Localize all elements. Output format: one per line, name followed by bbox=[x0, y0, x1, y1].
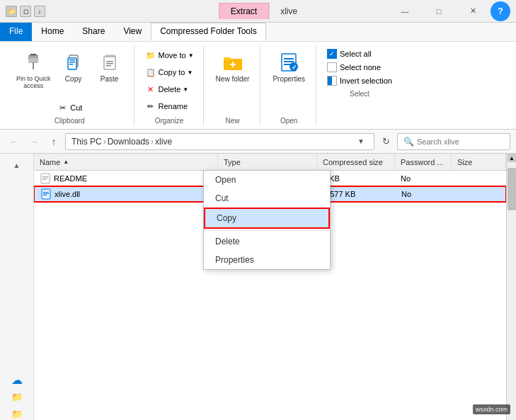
col-compressed-label: Compressed size bbox=[323, 158, 383, 166]
window-controls: — □ ✕ ? bbox=[389, 1, 510, 21]
up-arrow-icon: ▲ bbox=[13, 161, 21, 169]
xlive-name: xlive.dll bbox=[55, 190, 80, 198]
search-input[interactable] bbox=[417, 137, 504, 146]
move-to-icon: 📁 bbox=[145, 50, 156, 61]
select-all-button[interactable]: ✓ Select all bbox=[323, 47, 396, 60]
new-folder-label: New folder bbox=[216, 75, 250, 83]
ctx-copy[interactable]: Copy bbox=[204, 208, 330, 229]
title-icon-3: ↓ bbox=[34, 6, 45, 17]
ctx-properties[interactable]: Properties bbox=[204, 251, 330, 269]
sidebar-arrow-up[interactable]: ▲ bbox=[0, 157, 33, 174]
col-header-type[interactable]: Type bbox=[218, 154, 317, 170]
ribbon-tab-bar: File Home Share View Compressed Folder T… bbox=[0, 23, 516, 41]
col-header-name[interactable]: Name ▲ bbox=[34, 154, 218, 170]
ctx-delete[interactable]: Delete bbox=[204, 232, 330, 251]
scroll-thumb[interactable] bbox=[508, 168, 516, 210]
folder-icon-2: 📁 bbox=[11, 409, 23, 419]
file-name-readme: README bbox=[34, 173, 218, 184]
svg-rect-29 bbox=[43, 192, 49, 193]
path-downloads: Downloads bbox=[108, 137, 149, 147]
move-to-button[interactable]: 📁 Move to ▼ bbox=[142, 47, 197, 63]
back-button[interactable]: ← bbox=[6, 133, 23, 150]
ctx-open[interactable]: Open bbox=[204, 171, 330, 189]
tab-compressed-folder-tools[interactable]: Compressed Folder Tools bbox=[151, 23, 266, 41]
select-buttons: ✓ Select all Select none Invert selectio… bbox=[323, 45, 396, 90]
maximize-button[interactable]: □ bbox=[423, 1, 455, 21]
window-title: xlive bbox=[280, 6, 297, 16]
col-header-password[interactable]: Password ... bbox=[395, 154, 452, 170]
new-buttons: New folder bbox=[211, 45, 255, 117]
col-size-label: Size bbox=[457, 158, 472, 166]
pin-to-quick-access-button[interactable]: Pin to Quickaccess bbox=[11, 47, 56, 93]
cut-button[interactable]: ✂ Cut bbox=[53, 100, 86, 115]
select-none-button[interactable]: Select none bbox=[323, 61, 396, 74]
paste-label: Paste bbox=[101, 75, 119, 83]
select-group: ✓ Select all Select none Invert selectio… bbox=[318, 45, 401, 126]
invert-icon bbox=[327, 76, 337, 86]
rename-label: Rename bbox=[159, 102, 188, 110]
new-group: New folder New bbox=[205, 45, 261, 126]
minimize-button[interactable]: — bbox=[389, 1, 421, 21]
cut-icon: ✂ bbox=[57, 102, 68, 113]
svg-rect-13 bbox=[106, 65, 111, 67]
move-to-label: Move to bbox=[159, 51, 186, 59]
svg-rect-8 bbox=[69, 64, 73, 65]
new-folder-icon bbox=[222, 51, 244, 74]
select-label: Select bbox=[350, 90, 369, 99]
rename-button[interactable]: ✏ Rename bbox=[142, 98, 192, 114]
close-button[interactable]: ✕ bbox=[457, 1, 489, 21]
scroll-up-arrow[interactable]: ▲ bbox=[508, 154, 516, 162]
pin-label: Pin to Quickaccess bbox=[16, 75, 51, 89]
readme-password: No bbox=[395, 174, 452, 183]
address-path[interactable]: This PC › Downloads › xlive ▼ bbox=[65, 133, 374, 150]
extract-tab[interactable]: Extract bbox=[219, 3, 269, 19]
paste-button[interactable]: Paste bbox=[91, 47, 128, 86]
open-group: ✓ Properties Open bbox=[262, 45, 316, 126]
svg-rect-20 bbox=[284, 61, 294, 62]
select-all-label: Select all bbox=[340, 50, 372, 58]
address-bar: ← → ↑ This PC › Downloads › xlive ▼ ↻ 🔍 bbox=[0, 130, 516, 154]
ctx-cut[interactable]: Cut bbox=[204, 189, 330, 208]
svg-rect-30 bbox=[43, 193, 49, 194]
svg-text:✓: ✓ bbox=[292, 64, 297, 71]
search-icon: 🔍 bbox=[403, 137, 414, 147]
copy-button[interactable]: Copy bbox=[57, 47, 90, 86]
sidebar-folder-1[interactable]: 📁 bbox=[0, 388, 33, 405]
up-button[interactable]: ↑ bbox=[45, 133, 62, 150]
title-center-area: Extract xlive bbox=[219, 3, 297, 19]
copy-to-icon: 📋 bbox=[145, 67, 156, 78]
readme-name: README bbox=[54, 174, 87, 183]
tab-home[interactable]: Home bbox=[32, 23, 73, 41]
title-icon-2: ◻ bbox=[20, 6, 31, 17]
copy-to-button[interactable]: 📋 Copy to ▼ bbox=[142, 64, 197, 80]
help-button[interactable]: ? bbox=[491, 1, 510, 21]
new-folder-button[interactable]: New folder bbox=[211, 47, 255, 86]
svg-rect-19 bbox=[284, 58, 294, 59]
invert-selection-button[interactable]: Invert selection bbox=[323, 74, 396, 87]
address-dropdown[interactable]: ▼ bbox=[354, 133, 368, 150]
clipboard-group: Pin to Quickaccess Copy bbox=[6, 45, 134, 126]
tab-share[interactable]: Share bbox=[73, 23, 114, 41]
ribbon: File Home Share View Compressed Folder T… bbox=[0, 23, 516, 130]
col-header-size[interactable]: Size bbox=[452, 154, 506, 170]
delete-button[interactable]: ✕ Delete ▼ bbox=[142, 81, 193, 97]
sidebar-cloud[interactable]: ☁ bbox=[0, 371, 33, 388]
path-xlive: xlive bbox=[155, 137, 172, 147]
tab-file[interactable]: File bbox=[0, 23, 32, 41]
copy-label: Copy bbox=[65, 75, 81, 83]
delete-arrow: ▼ bbox=[183, 86, 188, 93]
vertical-scrollbar[interactable]: ▲ ▼ bbox=[506, 154, 516, 420]
properties-button[interactable]: ✓ Properties bbox=[268, 47, 310, 86]
svg-rect-25 bbox=[42, 176, 48, 177]
tab-view[interactable]: View bbox=[114, 23, 151, 41]
paste-icon bbox=[98, 51, 121, 74]
organize-group: 📁 Move to ▼ 📋 Copy to ▼ ✕ Delete ▼ ✏ Ren… bbox=[136, 45, 204, 126]
watermark: wsxdn.com bbox=[473, 404, 510, 414]
col-header-compressed[interactable]: Compressed size bbox=[317, 154, 395, 170]
forward-button[interactable]: → bbox=[25, 133, 42, 150]
refresh-button[interactable]: ↻ bbox=[377, 133, 394, 150]
copy-to-label: Copy to bbox=[159, 68, 185, 76]
sidebar-folder-2[interactable]: 📁 bbox=[0, 405, 33, 420]
col-type-label: Type bbox=[224, 158, 241, 166]
sidebar: ▲ ☁ 📁 📁 ▼ bbox=[0, 154, 34, 420]
